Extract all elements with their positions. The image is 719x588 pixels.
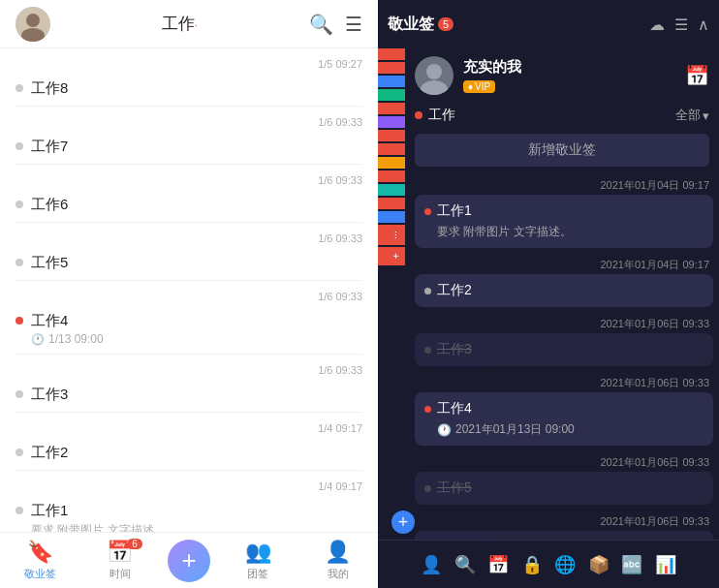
- bookmark-icon: 🔖: [27, 540, 53, 565]
- menu-icon[interactable]: ☰: [345, 13, 362, 36]
- task-dot: [424, 288, 431, 294]
- list-item[interactable]: 工作8: [16, 72, 362, 107]
- task-title: 工作1: [424, 202, 703, 220]
- list-item[interactable]: 工作6: [415, 531, 713, 540]
- bottom-chart-icon[interactable]: 📊: [652, 551, 679, 578]
- vip-badge: ♦ VIP: [463, 80, 495, 93]
- bottom-person-icon[interactable]: 👤: [418, 551, 445, 578]
- tag-item-share[interactable]: 共享: [378, 89, 405, 101]
- tag-item-tuanjian2[interactable]: 团签: [378, 103, 405, 114]
- work-dot: [415, 111, 422, 119]
- task-bullet: [16, 201, 23, 208]
- task-date: 1/4 09:17: [16, 471, 362, 494]
- tag-item-target[interactable]: 目标: [378, 130, 405, 141]
- list-item[interactable]: 工作2: [415, 274, 713, 307]
- tag-item-tuanjian1[interactable]: 团签: [378, 48, 405, 60]
- group-icon: 👥: [245, 540, 271, 565]
- svg-point-1: [26, 14, 40, 27]
- tag-item-notimportant1[interactable]: 不重: [378, 170, 405, 182]
- list-item[interactable]: 工作6: [16, 188, 362, 223]
- list-item[interactable]: 工作1 要求 附带图片 文字描述。: [16, 494, 362, 532]
- right-badge: 5: [438, 17, 453, 31]
- task-title: 工作3: [424, 341, 703, 358]
- tag-item-company[interactable]: 公司: [378, 211, 405, 223]
- task-dot-red: [424, 406, 431, 413]
- bottom-box-icon[interactable]: 📦: [585, 551, 612, 578]
- clock-icon: 🕐: [437, 423, 452, 437]
- tag-item-important1[interactable]: 重要: [378, 143, 405, 155]
- task-group: 2021年01月06日 09:33 工作6: [415, 509, 713, 540]
- tag-item-fitness[interactable]: 健身: [378, 198, 405, 209]
- tag-item-more[interactable]: ···: [378, 225, 405, 245]
- task-title: 工作5: [31, 254, 362, 272]
- right-task-list: 2021年01月04日 09:17 工作1 要求 附带图片 文字描述。 2021…: [378, 172, 719, 540]
- task-title: 工作2: [31, 444, 362, 462]
- list-menu-icon[interactable]: ☰: [674, 15, 688, 34]
- list-item[interactable]: 工作4 🕐 2021年01月13日 09:00: [415, 392, 713, 446]
- task-content: 工作3: [31, 386, 362, 404]
- nav-item-add[interactable]: +: [160, 533, 218, 588]
- task-dot: [424, 485, 431, 492]
- task-title: 工作1: [31, 502, 362, 520]
- add-tag-button[interactable]: 新增敬业签: [415, 134, 709, 167]
- list-item[interactable]: 工作2: [16, 436, 362, 471]
- search-icon[interactable]: 🔍: [309, 13, 333, 36]
- bottom-translate-icon[interactable]: 🔤: [618, 551, 645, 578]
- task-bullet: [16, 259, 23, 266]
- task-content: 工作4 🕐 1/13 09:00: [31, 312, 362, 346]
- task-bullet: [16, 390, 23, 398]
- nav-label-time: 时间: [109, 567, 131, 581]
- list-item[interactable]: 工作3: [415, 333, 713, 366]
- list-item[interactable]: 工作5: [415, 472, 713, 505]
- bottom-search-icon[interactable]: 🔍: [452, 551, 479, 578]
- tag-item-work[interactable]: 工作: [378, 62, 405, 74]
- task-dot: [424, 347, 431, 354]
- user-name: 充实的我: [463, 58, 685, 77]
- list-item[interactable]: 工作4 🕐 1/13 09:00: [16, 304, 362, 355]
- nav-item-mine[interactable]: 👤 我的: [298, 533, 379, 588]
- task-date: 1/6 09:33: [16, 281, 362, 304]
- all-filter[interactable]: 全部 ▾: [675, 107, 709, 124]
- calendar-icon-right[interactable]: 📅: [685, 64, 709, 87]
- right-bottom-bar: 👤 🔍 📅 🔒 🌐 📦 🔤 📊: [378, 540, 719, 588]
- task-bullet-red: [16, 317, 23, 325]
- task-bullet: [16, 507, 23, 514]
- task-group: 2021年01月04日 09:17 工作1 要求 附带图片 文字描述。: [415, 172, 713, 248]
- task-date: 1/6 09:33: [16, 355, 362, 378]
- nav-item-tuanjian[interactable]: 👥 团签: [218, 533, 298, 588]
- avatar[interactable]: [16, 7, 50, 42]
- list-item[interactable]: 工作3: [16, 378, 362, 413]
- task-date: 2021年01月06日 09:33: [415, 509, 713, 531]
- task-title: 工作4: [424, 400, 703, 418]
- list-item[interactable]: 工作1 要求 附带图片 文字描述。: [415, 195, 713, 248]
- task-sub: 🕐 1/13 09:00: [31, 332, 362, 346]
- work-label: 工作: [428, 107, 455, 124]
- nav-item-time[interactable]: 📅 6 时间: [80, 533, 161, 588]
- user-info: 充实的我 ♦ VIP: [463, 58, 685, 94]
- cloud-icon[interactable]: ☁: [649, 15, 665, 34]
- task-date: 1/6 09:33: [16, 223, 362, 246]
- list-item[interactable]: 工作7: [16, 130, 362, 165]
- task-list: 1/5 09:27 工作8 1/6 09:33 工作7 1/6 09:33 工作…: [0, 48, 378, 532]
- tag-item-important2[interactable]: 重要: [378, 157, 405, 169]
- task-date: 1/4 09:17: [16, 413, 362, 436]
- tag-item-product[interactable]: 产品: [378, 76, 405, 87]
- task-date: 2021年01月04日 09:17: [415, 252, 713, 274]
- bottom-lock-icon[interactable]: 🔒: [518, 551, 546, 578]
- add-button[interactable]: +: [168, 540, 210, 582]
- svg-point-4: [426, 64, 442, 79]
- tag-item-add[interactable]: +: [378, 247, 405, 264]
- tag-item-default[interactable]: 默认: [378, 116, 405, 128]
- bottom-globe-icon[interactable]: 🌐: [551, 551, 578, 578]
- right-header-icons: ☁ ☰ ∧: [649, 15, 709, 34]
- collapse-icon[interactable]: ∧: [698, 15, 709, 34]
- task-content: 工作7: [31, 138, 362, 156]
- list-item[interactable]: 工作5: [16, 246, 362, 281]
- task-date: 2021年01月04日 09:17: [415, 172, 713, 195]
- chevron-down-icon: ▾: [703, 108, 709, 123]
- nav-item-jingye[interactable]: 🔖 敬业签: [0, 533, 80, 588]
- bottom-calendar-icon[interactable]: 📅: [485, 551, 512, 578]
- task-title: 工作6: [31, 196, 362, 214]
- tag-item-notimportant2[interactable]: 不重: [378, 184, 405, 196]
- header-icons: 🔍 ☰: [309, 13, 362, 36]
